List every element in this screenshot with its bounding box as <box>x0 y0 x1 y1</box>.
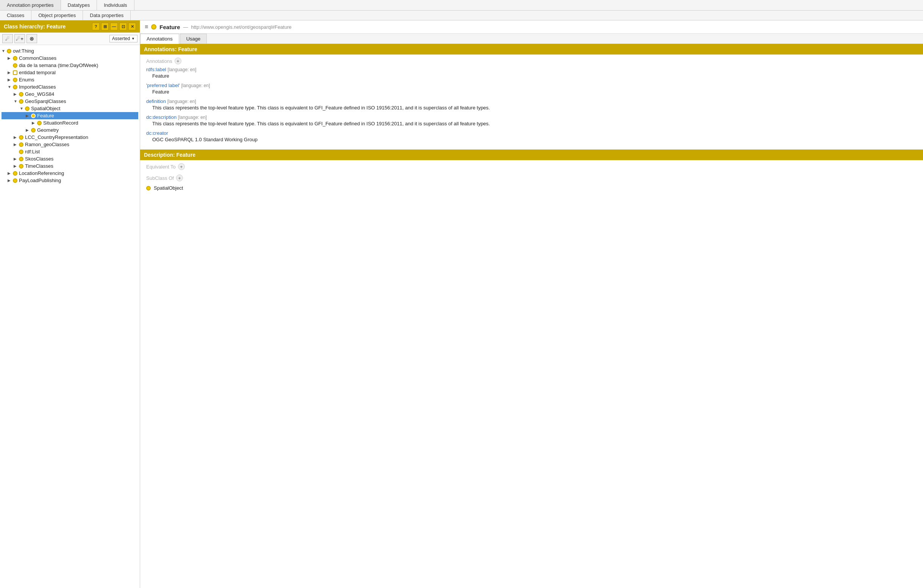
equivalent-to-label: Equivalent To <box>146 164 176 170</box>
tree-item-diasemana[interactable]: dia de la semana (time:DayOfWeek) <box>2 62 138 69</box>
toggle-timeclasses[interactable]: ▶ <box>14 164 19 168</box>
add-class-icon: ☄ <box>5 36 10 42</box>
tab-datatypes[interactable]: Datatypes <box>61 0 97 10</box>
tab-usage[interactable]: Usage <box>180 34 207 44</box>
tree-item-owlthing[interactable]: ▼ owl:Thing <box>2 47 138 54</box>
toggle-lcccountry[interactable]: ▶ <box>14 135 19 139</box>
tree-item-locationref[interactable]: ▶ LocationReferencing <box>2 170 138 177</box>
importedclasses-label: ImportedClasses <box>19 84 56 90</box>
close-icon[interactable]: ✕ <box>128 23 136 30</box>
diasemana-circle <box>13 63 17 68</box>
owlthing-circle <box>7 49 11 53</box>
tree-item-commonclasses[interactable]: ▶ CommonClasses <box>2 54 138 62</box>
tree-item-timeclasses[interactable]: ▶ TimeClasses <box>2 162 138 170</box>
toggle-geometry[interactable]: ▶ <box>26 128 31 132</box>
toggle-commonclasses[interactable]: ▶ <box>8 56 13 60</box>
tab-annotations[interactable]: Annotations <box>140 34 179 44</box>
ann-value-dc-description: This class represents the top-level feat… <box>152 121 917 126</box>
geowgs84-label: Geo_WGS84 <box>25 91 54 97</box>
tree-item-skosclasses[interactable]: ▶ SkosClasses <box>2 155 138 162</box>
spatialobject-desc-label: SpatialObject <box>154 185 183 191</box>
toggle-payloadpub[interactable]: ▶ <box>8 179 13 182</box>
ann-value-rdfs-label: Feature <box>152 73 917 79</box>
tree-item-geosparqlclasses[interactable]: ▼ GeoSparqlClasses <box>2 98 138 105</box>
toggle-spatialobject[interactable]: ▼ <box>20 106 25 111</box>
add-subclass-button[interactable]: ☄+ <box>15 34 25 43</box>
asserted-dropdown[interactable]: Asserted <box>110 35 138 43</box>
payloadpub-label: PayLoadPublishing <box>19 178 61 183</box>
rdflist-label: rdf:List <box>25 149 40 154</box>
tab-annotation-properties[interactable]: Annotation properties <box>0 0 61 10</box>
commonclasses-circle <box>13 56 17 61</box>
tree-item-feature[interactable]: ▶ Feature <box>2 112 138 119</box>
help-icon[interactable]: ? <box>92 23 100 30</box>
equivalent-to-row: Equivalent To + <box>146 163 917 170</box>
toggle-locationref[interactable]: ▶ <box>8 171 13 175</box>
tree-item-spatialobject[interactable]: ▼ SpatialObject <box>2 105 138 112</box>
toggle-ramongeo[interactable]: ▶ <box>14 142 19 147</box>
toggle-entidadtemporal[interactable]: ▶ <box>8 70 13 75</box>
delete-class-button[interactable]: ⊗ <box>26 34 37 43</box>
skosclasses-circle <box>19 157 23 161</box>
tree-item-rdflist[interactable]: rdf:List <box>2 148 138 155</box>
grid-icon[interactable]: ⊞ <box>101 23 109 30</box>
left-panel: Class hierarchy: Feature ? ⊞ — ⊡ ✕ ☄ ☄+ … <box>0 20 140 588</box>
menu-icon[interactable]: ≡ <box>145 23 148 30</box>
ramongeo-circle <box>19 142 23 147</box>
tab-object-properties[interactable]: Object properties <box>31 11 83 20</box>
toggle-owlthing[interactable]: ▼ <box>2 49 7 53</box>
top-tab-bar: Annotation properties Datatypes Individu… <box>0 0 923 11</box>
delete-class-icon: ⊗ <box>30 36 34 42</box>
feature-title: Feature <box>159 24 180 30</box>
tab-data-properties[interactable]: Data properties <box>83 11 131 20</box>
toggle-skosclasses[interactable]: ▶ <box>14 157 19 161</box>
ramongeo-label: Ramon_geoClasses <box>25 142 69 147</box>
restore-icon[interactable]: ⊡ <box>119 23 127 30</box>
tab-individuals[interactable]: Individuals <box>97 0 134 10</box>
toggle-feature[interactable]: ▶ <box>26 114 31 118</box>
tree-item-enums[interactable]: ▶ Enums <box>2 76 138 83</box>
feature-header-circle <box>151 24 156 29</box>
annotations-panel-header: Annotations: Feature <box>140 44 923 54</box>
tree-item-geometry[interactable]: ▶ Geometry <box>2 126 138 134</box>
toggle-importedclasses[interactable]: ▼ <box>8 85 13 89</box>
toggle-enums[interactable]: ▶ <box>8 78 13 82</box>
annotations-header-row: Annotations + <box>146 57 917 64</box>
toggle-geosparqlclasses[interactable]: ▼ <box>14 99 19 103</box>
add-annotation-button[interactable]: + <box>175 57 181 64</box>
geowgs84-circle <box>19 92 23 97</box>
tree-item-situationrecord[interactable]: ▶ SituationRecord <box>2 119 138 126</box>
tree-item-entidadtemporal[interactable]: ▶ entidad temporal <box>2 69 138 76</box>
ann-property-preferred-label: 'preferred label' <box>146 82 180 88</box>
lcccountry-label: LCC_CountryRepresentation <box>25 134 88 140</box>
annotations-content: Annotations: Feature Annotations + rdfs:… <box>140 44 923 588</box>
spatialobject-label: SpatialObject <box>31 106 60 111</box>
tree-item-lcccountry[interactable]: ▶ LCC_CountryRepresentation <box>2 134 138 141</box>
header-dash: — <box>183 24 188 30</box>
minimize-icon[interactable]: — <box>110 23 118 30</box>
ann-meta-rdfs-label: [language: en] <box>168 67 196 72</box>
tree-toolbar: ☄ ☄+ ⊗ Asserted <box>0 33 140 45</box>
entidadtemporal-label: entidad temporal <box>19 70 56 75</box>
add-subclass-icon: ☄+ <box>16 36 23 42</box>
ann-property-dc-creator: dc:creator <box>146 130 168 136</box>
add-equivalent-button[interactable]: + <box>178 163 185 170</box>
ann-meta-preferred-label: [language: en] <box>181 83 210 88</box>
geosparqlclasses-circle <box>19 99 23 104</box>
add-class-button[interactable]: ☄ <box>2 34 13 43</box>
annotation-dc-description: dc:description [language: en] This class… <box>146 114 917 126</box>
tab-classes[interactable]: Classes <box>0 11 31 20</box>
geometry-circle <box>31 128 36 133</box>
tree-item-importedclasses[interactable]: ▼ ImportedClasses <box>2 83 138 90</box>
toggle-situationrecord[interactable]: ▶ <box>32 121 37 125</box>
tree-item-ramongeo[interactable]: ▶ Ramon_geoClasses <box>2 141 138 148</box>
tree-item-payloadpub[interactable]: ▶ PayLoadPublishing <box>2 177 138 184</box>
add-subclass-button[interactable]: + <box>176 175 183 181</box>
tree-item-geowgs84[interactable]: ▶ Geo_WGS84 <box>2 90 138 98</box>
ann-value-preferred-label: Feature <box>152 89 917 95</box>
toggle-geowgs84[interactable]: ▶ <box>14 92 19 96</box>
right-panel-header: ≡ Feature — http://www.opengis.net/ont/g… <box>140 20 923 34</box>
situationrecord-circle <box>37 121 42 125</box>
annotations-section-label: Annotations <box>146 58 172 64</box>
description-panel-header: Description: Feature <box>140 149 923 160</box>
